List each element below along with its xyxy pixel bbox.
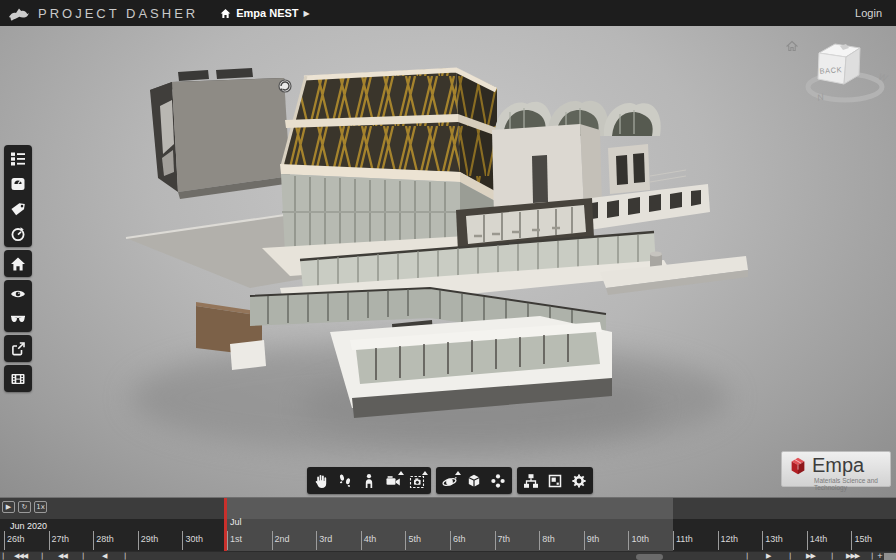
scrubber-thumb[interactable] <box>636 554 663 560</box>
scrubber-glyph[interactable]: | <box>789 552 790 560</box>
toolbar-button-camera[interactable] <box>381 468 405 493</box>
viewcube-face-label[interactable]: BACK <box>819 65 842 76</box>
greyhound-icon <box>8 4 30 22</box>
timeline-scrubber[interactable]: |◀◀◀|◀◀|◀||▶|▶▶|▶▶▶|+ <box>0 551 896 560</box>
toolbar-button-properties[interactable] <box>543 468 567 493</box>
timeline-day-label: 4th <box>364 534 377 544</box>
speed-button[interactable]: 1x <box>34 501 47 513</box>
scrubber-glyph[interactable]: ▶ <box>766 552 770 560</box>
timeline-day-label: 13th <box>765 534 783 544</box>
scrubber-glyph[interactable]: | <box>831 552 832 560</box>
camera-marker[interactable] <box>279 80 291 92</box>
sidebar-group-film <box>4 365 32 392</box>
toolbar-button-settings[interactable] <box>567 468 591 493</box>
scrubber-glyph[interactable]: | <box>746 552 747 560</box>
eye-icon <box>10 286 26 302</box>
scrubber-glyph[interactable]: | <box>41 552 42 560</box>
scrubber-glyph[interactable]: ◀◀◀ <box>14 552 27 560</box>
sidebar-button-home[interactable] <box>4 251 32 276</box>
timeline-day-label: 11th <box>676 534 693 544</box>
breadcrumb-caret-icon[interactable]: ▶ <box>304 9 310 18</box>
timeline-tick <box>851 531 852 550</box>
sidebar-button-list[interactable] <box>4 146 32 171</box>
timeline-day-label: 5th <box>408 534 421 544</box>
building-model-3d[interactable] <box>0 26 896 497</box>
toolbar-button-isolate[interactable] <box>462 468 486 493</box>
sidebar-group-home <box>4 250 32 277</box>
viewcube-home-button[interactable] <box>786 38 798 56</box>
breadcrumb[interactable]: Empa NEST ▶ <box>220 7 310 19</box>
timeline-tick <box>182 531 183 550</box>
play-button[interactable]: ▶ <box>2 501 15 513</box>
left-toolbar <box>4 145 32 395</box>
toolbar-button-hierarchy[interactable] <box>519 468 543 493</box>
timeline-month-label: Jun 2020 <box>10 521 47 531</box>
toolbar-button-pan[interactable] <box>309 468 333 493</box>
timer-icon <box>10 226 26 242</box>
empa-cube-icon <box>788 455 808 477</box>
list-icon <box>10 151 26 167</box>
sidebar-group-share <box>4 335 32 362</box>
timeline-day-label: 26th <box>7 534 25 544</box>
sidebar-button-scale[interactable] <box>4 171 32 196</box>
timeline-tick <box>584 531 585 550</box>
sidebar-button-film[interactable] <box>4 366 32 391</box>
sidebar-button-share[interactable] <box>4 336 32 361</box>
toolbar-button-explode[interactable] <box>486 468 510 493</box>
toolbar-group-model <box>436 467 512 494</box>
dropdown-arrow-icon <box>422 471 428 475</box>
breadcrumb-project[interactable]: Empa NEST <box>236 7 298 19</box>
toolbar-button-first-person[interactable] <box>357 468 381 493</box>
scrubber-glyph[interactable]: ▶▶▶ <box>846 552 859 560</box>
sidebar-button-glasses[interactable] <box>4 306 32 331</box>
toolbar-button-orbit[interactable] <box>438 468 462 493</box>
timeline-tick <box>450 531 451 550</box>
film-icon <box>10 371 26 387</box>
toolbar-button-render-capture[interactable] <box>405 468 429 493</box>
share-icon <box>10 341 26 357</box>
timeline-day-label: 15th <box>854 534 872 544</box>
timeline-tick <box>272 531 273 550</box>
sidebar-button-eye[interactable] <box>4 281 32 306</box>
login-link[interactable]: Login <box>855 7 882 19</box>
timeline-panel: ▶ ↻ 1x Jun 2020 Jul |◀◀◀|◀◀|◀||▶|▶▶|▶▶▶|… <box>0 497 896 560</box>
timeline-tick <box>673 531 674 550</box>
timeline-tick <box>628 531 629 550</box>
scrubber-glyph[interactable]: ◀ <box>102 552 106 560</box>
scrubber-glyph[interactable]: | <box>82 552 83 560</box>
timeline-tick <box>495 531 496 550</box>
toolbar-button-walk[interactable] <box>333 468 357 493</box>
timeline-tick <box>138 531 139 550</box>
loop-button[interactable]: ↻ <box>18 501 31 513</box>
glasses-icon <box>10 311 26 327</box>
scrubber-glyph[interactable]: | <box>124 552 125 560</box>
scrubber-endcap[interactable] <box>884 553 896 560</box>
cube-icon <box>466 473 482 489</box>
timeline-tick <box>361 531 362 550</box>
timeline-day-label: 30th <box>185 534 203 544</box>
empa-name: Empa <box>812 455 864 475</box>
scrubber-glyph[interactable]: | <box>871 552 872 560</box>
timeline-tick <box>762 531 763 550</box>
timeline-day-label: 7th <box>498 534 511 544</box>
viewport-3d[interactable]: N W BACK Empa Materials Science and <box>0 26 896 497</box>
timeline-selected-window[interactable] <box>224 498 673 551</box>
person-icon <box>361 473 377 489</box>
viewcube-cube[interactable]: N W BACK <box>798 32 890 118</box>
timeline-tick <box>405 531 406 550</box>
sidebar-button-tags[interactable] <box>4 196 32 221</box>
scrubber-glyph[interactable]: ▶▶ <box>806 552 815 560</box>
hierarchy-icon <box>523 473 539 489</box>
top-bar: PROJECT DASHER Empa NEST ▶ Login <box>0 0 896 26</box>
toolbar-group-navigation <box>307 467 431 494</box>
scrubber-glyph[interactable]: + <box>877 552 882 560</box>
scrubber-glyph[interactable]: ◀◀ <box>58 552 67 560</box>
timeline-day-label: 9th <box>587 534 600 544</box>
scrubber-glyph[interactable]: | <box>2 552 3 560</box>
sidebar-button-timer[interactable] <box>4 221 32 246</box>
viewcube[interactable]: N W BACK <box>798 32 890 118</box>
tag-icon <box>10 201 26 217</box>
timeline-month-label-jul: Jul <box>230 517 242 527</box>
settings-gear-icon <box>571 473 587 489</box>
viewer-toolbar <box>307 467 593 494</box>
